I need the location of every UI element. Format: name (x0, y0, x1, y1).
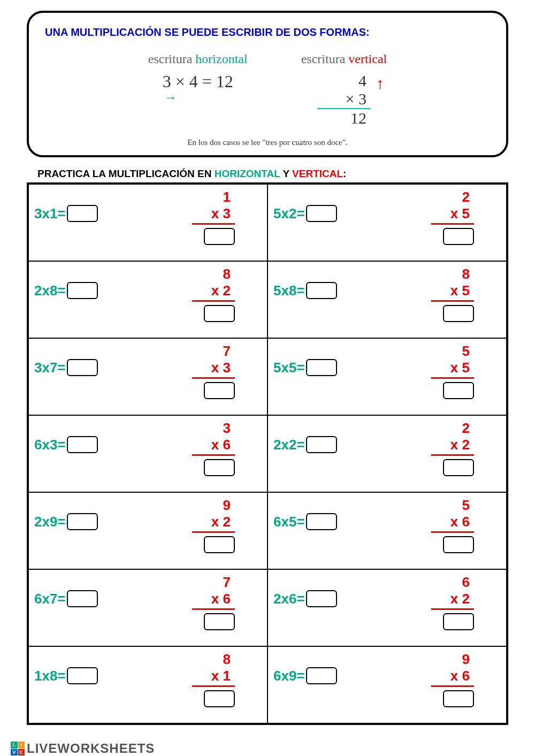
vertical-expression: 9x 2 (192, 497, 235, 553)
horizontal-answer-input[interactable] (67, 590, 98, 607)
horizontal-expression: 6x9= (273, 668, 305, 684)
horizontal-expression: 2x8= (34, 282, 66, 299)
vertical-answer-input[interactable] (204, 536, 235, 553)
arrow-up-icon: ↑ (376, 74, 384, 93)
practice-cell: 6x7=7x 6 (29, 570, 267, 646)
vertical-expression: 1x 3 (192, 189, 235, 245)
logo-icon: LI VE (11, 742, 25, 755)
practice-cell: 2x8=8x 2 (29, 262, 267, 338)
horizontal-expression: 3x1= (34, 205, 66, 222)
practice-grid: 3x1=1x 35x2=2x 52x8=8x 25x8=8x 53x7=7x 3… (27, 182, 508, 725)
horizontal-answer-input[interactable] (306, 513, 337, 530)
practice-cell: 3x7=7x 3 (29, 339, 267, 415)
vertical-example: 4 × 3 12 ↑ (317, 72, 371, 127)
vertical-answer-input[interactable] (204, 382, 235, 399)
practice-cell: 6x3=3x 6 (29, 416, 267, 492)
explanation-box: UNA MULTIPLICACIÓN SE PUEDE ESCRIBIR DE … (27, 11, 508, 157)
vertical-answer-input[interactable] (443, 613, 474, 630)
vertical-expression: 7x 3 (192, 343, 235, 399)
horizontal-answer-input[interactable] (67, 513, 98, 530)
horizontal-expression: 6x7= (34, 591, 66, 607)
horizontal-example: 3 × 4 = 12 → (148, 72, 248, 91)
vertical-expression: 2x 5 (431, 189, 474, 245)
horizontal-answer-input[interactable] (306, 436, 337, 453)
horizontal-answer-input[interactable] (67, 359, 98, 376)
horizontal-label: escritura horizontal (148, 52, 248, 66)
practice-cell: 2x9=9x 2 (29, 493, 267, 569)
horizontal-answer-input[interactable] (67, 205, 98, 222)
horizontal-expression: 3x7= (34, 360, 66, 376)
practice-cell: 6x9=9x 6 (268, 647, 506, 723)
vertical-expression: 8x 5 (431, 266, 474, 322)
horizontal-expression: 6x3= (34, 437, 66, 453)
vertical-answer-input[interactable] (204, 613, 235, 630)
footer-text: LIVEWORKSHEETS (27, 741, 155, 756)
vertical-expression: 8x 1 (192, 651, 235, 707)
horizontal-answer-input[interactable] (306, 359, 337, 376)
horizontal-answer-input[interactable] (306, 205, 337, 222)
horizontal-expression: 2x6= (273, 591, 305, 607)
horizontal-expression: 2x9= (34, 514, 66, 530)
arrow-right-icon: → (164, 90, 177, 105)
practice-cell: 5x2=2x 5 (268, 185, 506, 261)
vertical-answer-input[interactable] (443, 228, 474, 245)
horizontal-expression: 1x8= (34, 668, 66, 684)
vertical-expression: 5x 5 (431, 343, 474, 399)
horizontal-expression: 2x2= (273, 437, 305, 453)
practice-cell: 2x6=6x 2 (268, 570, 506, 646)
practice-cell: 5x8=8x 5 (268, 262, 506, 338)
horizontal-expression: 6x5= (273, 514, 305, 530)
vertical-label: escritura vertical (301, 52, 387, 66)
horizontal-expression: 5x2= (273, 205, 305, 222)
vertical-answer-input[interactable] (204, 228, 235, 245)
horizontal-expression: 5x5= (273, 360, 305, 376)
vertical-expression: 5x 6 (431, 497, 474, 553)
explain-title: UNA MULTIPLICACIÓN SE PUEDE ESCRIBIR DE … (45, 26, 490, 39)
horizontal-answer-input[interactable] (67, 282, 98, 299)
vertical-answer-input[interactable] (443, 459, 474, 476)
horizontal-expression: 5x8= (273, 282, 305, 299)
vertical-expression: 3x 6 (192, 420, 235, 476)
vertical-expression: 7x 6 (192, 574, 235, 630)
vertical-expression: 2x 2 (431, 420, 474, 476)
practice-cell: 3x1=1x 3 (29, 185, 267, 261)
vertical-answer-input[interactable] (204, 690, 235, 707)
vertical-answer-input[interactable] (443, 305, 474, 322)
footer: LI VE LIVEWORKSHEETS (0, 741, 535, 756)
horizontal-answer-input[interactable] (67, 667, 98, 684)
vertical-answer-input[interactable] (204, 305, 235, 322)
vertical-expression: 9x 6 (431, 651, 474, 707)
practice-cell: 2x2=2x 2 (268, 416, 506, 492)
horizontal-answer-input[interactable] (306, 667, 337, 684)
practice-cell: 6x5=5x 6 (268, 493, 506, 569)
practice-cell: 1x8=8x 1 (29, 647, 267, 723)
horizontal-answer-input[interactable] (306, 590, 337, 607)
practice-cell: 5x5=5x 5 (268, 339, 506, 415)
horizontal-answer-input[interactable] (67, 436, 98, 453)
vertical-answer-input[interactable] (443, 690, 474, 707)
practice-title: PRACTICA LA MULTIPLICACIÓN EN HORIZONTAL… (37, 168, 508, 180)
vertical-answer-input[interactable] (443, 382, 474, 399)
vertical-expression: 6x 2 (431, 574, 474, 630)
vertical-expression: 8x 2 (192, 266, 235, 322)
vertical-answer-input[interactable] (204, 459, 235, 476)
explain-footnote: En los dos casos se lee "tres por cuatro… (45, 138, 490, 147)
horizontal-answer-input[interactable] (306, 282, 337, 299)
vertical-answer-input[interactable] (443, 536, 474, 553)
